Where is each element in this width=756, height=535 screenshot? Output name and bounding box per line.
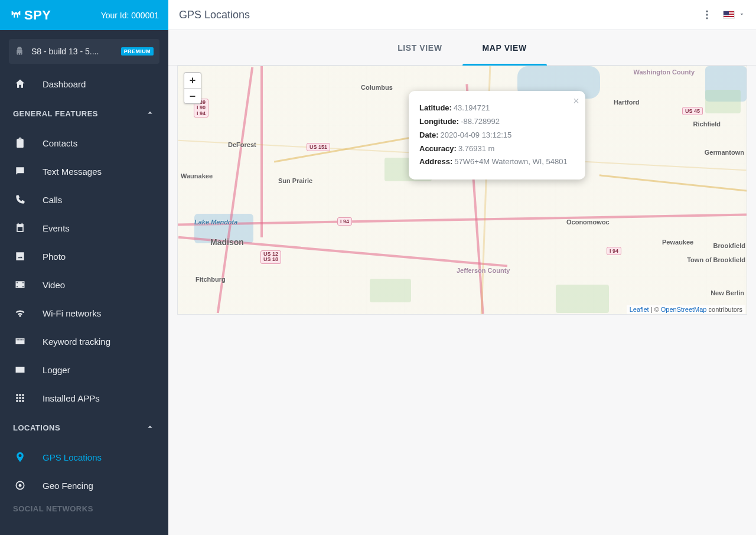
main-area: GPS Locations LIST VIEW MAP VIEW — [168, 0, 756, 535]
brand-logo[interactable]: SPY — [9, 8, 51, 23]
nav-label: Photo — [43, 252, 66, 262]
sidebar: SPY Your Id: 000001 S8 - build 13 - 5...… — [0, 0, 168, 535]
nav-dashboard[interactable]: Dashboard — [0, 70, 168, 98]
section-general-features[interactable]: GENERAL FEATURES — [0, 98, 168, 129]
location-pin-icon — [13, 451, 27, 463]
nav-wifi[interactable]: Wi-Fi networks — [0, 299, 168, 327]
label-pewaukee: Pewaukee — [662, 239, 693, 246]
tab-label: MAP VIEW — [483, 43, 527, 53]
view-tabs: LIST VIEW MAP VIEW — [168, 30, 756, 66]
section-social-networks: SOCIAL NETWORKS — [0, 500, 168, 513]
your-id: Your Id: 000001 — [101, 11, 159, 20]
caret-down-icon — [738, 9, 745, 20]
page-header: GPS Locations — [168, 0, 756, 30]
nav-label: Geo Fencing — [43, 481, 93, 491]
label-jefferson: Jefferson County — [457, 267, 510, 274]
nav-label: Wi-Fi networks — [43, 308, 101, 318]
nav-label: Events — [43, 223, 70, 233]
map-canvas[interactable]: I 39 I 90 I 94 US 151 I 94 I 94 US 12 US… — [177, 66, 747, 315]
nav-label: Text Messages — [43, 167, 102, 177]
section-locations[interactable]: LOCATIONS — [0, 412, 168, 443]
popup-key: Latitude: — [419, 103, 452, 112]
shield-us12: US 12 US 18 — [260, 250, 281, 264]
nav-label: Calls — [43, 195, 62, 205]
label-newberlin: New Berlin — [711, 289, 744, 296]
label-waunakee: Waunakee — [181, 172, 213, 180]
section-label: LOCATIONS — [13, 423, 145, 432]
label-fitchburg: Fitchburg — [195, 276, 226, 283]
osm-link[interactable]: OpenStreetMap — [661, 306, 707, 313]
popup-key: Date: — [419, 131, 439, 139]
nav-keyword-tracking[interactable]: Keyword tracking — [0, 327, 168, 355]
nav-installed-apps[interactable]: Installed APPs — [0, 384, 168, 412]
shield-i94: I 94 — [337, 217, 352, 226]
zoom-control: + – — [184, 72, 201, 104]
zoom-out-button[interactable]: – — [184, 88, 201, 103]
popup-key: Address: — [419, 157, 452, 166]
premium-badge: PREMIUM — [121, 47, 154, 56]
tab-map-view[interactable]: MAP VIEW — [462, 30, 547, 65]
video-icon — [13, 279, 27, 291]
nav-contacts[interactable]: Contacts — [0, 129, 168, 157]
popup-value: 57W6+4M Watertown, WI, 54801 — [454, 157, 567, 166]
target-icon — [13, 479, 27, 491]
shield-us45: US 45 — [682, 107, 703, 115]
message-icon — [13, 165, 27, 177]
page-title: GPS Locations — [179, 9, 250, 21]
nav-photo[interactable]: Photo — [0, 242, 168, 270]
label-germantown: Germantown — [705, 149, 744, 156]
svg-point-4 — [706, 17, 708, 19]
popup-key: Longitude: — [419, 117, 459, 126]
nav-events[interactable]: Events — [0, 214, 168, 242]
language-selector[interactable] — [723, 9, 745, 20]
label-sunprairie: Sun Prairie — [278, 177, 312, 184]
more-menu-button[interactable] — [697, 5, 717, 25]
calendar-icon — [13, 222, 27, 234]
label-oconomowoc: Oconomowoc — [566, 218, 610, 226]
keyboard-icon — [13, 335, 27, 347]
svg-point-2 — [706, 11, 708, 12]
label-lakemendota: Lake Mendota — [194, 218, 237, 226]
popup-value: 2020-04-09 13:12:15 — [441, 131, 512, 139]
svg-point-1 — [19, 484, 22, 487]
phone-icon — [13, 194, 27, 205]
zoom-in-button[interactable]: + — [184, 73, 201, 88]
device-selector[interactable]: S8 - build 13 - 5.... PREMIUM — [9, 39, 159, 64]
logo-mark-icon — [9, 9, 22, 22]
nav-label: Contacts — [43, 138, 77, 148]
nav-label: Logger — [43, 365, 70, 375]
nav-calls[interactable]: Calls — [0, 185, 168, 214]
nav-video[interactable]: Video — [0, 270, 168, 299]
tab-list-view[interactable]: LIST VIEW — [377, 30, 462, 65]
clipboard-icon — [13, 137, 27, 149]
wifi-icon — [13, 307, 27, 319]
image-icon — [13, 250, 27, 262]
brand-text: SPY — [24, 8, 51, 23]
nav-gps-locations[interactable]: GPS Locations — [0, 443, 168, 471]
nav-geo-fencing[interactable]: Geo Fencing — [0, 471, 168, 500]
shield-i94b: I 94 — [607, 247, 621, 255]
label-washingtoncounty: Washington County — [634, 68, 695, 76]
label-townbrookfield: Town of Brookfield — [687, 256, 745, 263]
popup-key: Accuracy: — [419, 144, 457, 153]
nav-label: Dashboard — [43, 79, 86, 89]
label-madison: Madison — [210, 237, 244, 247]
location-popup: × Latitude:43.194721 Longitude:-88.72899… — [409, 91, 585, 180]
home-icon — [13, 78, 27, 90]
nav-text-messages[interactable]: Text Messages — [0, 157, 168, 185]
section-label: GENERAL FEATURES — [13, 109, 145, 118]
label-hartford: Hartford — [614, 99, 639, 106]
chevron-up-icon — [145, 422, 155, 434]
device-name: S8 - build 13 - 5.... — [31, 47, 118, 56]
android-icon — [15, 46, 24, 57]
nav-label: Installed APPs — [43, 393, 100, 403]
nav-logger[interactable]: Logger — [0, 355, 168, 384]
popup-value: 3.76931 m — [458, 144, 494, 153]
sidebar-topbar: SPY Your Id: 000001 — [0, 0, 168, 30]
popup-close-button[interactable]: × — [573, 96, 579, 106]
leaflet-link[interactable]: Leaflet — [630, 306, 649, 313]
map-green — [705, 90, 741, 113]
label-richfield: Richfield — [693, 120, 721, 128]
nav-label: Video — [43, 280, 65, 290]
chevron-up-icon — [145, 107, 155, 120]
